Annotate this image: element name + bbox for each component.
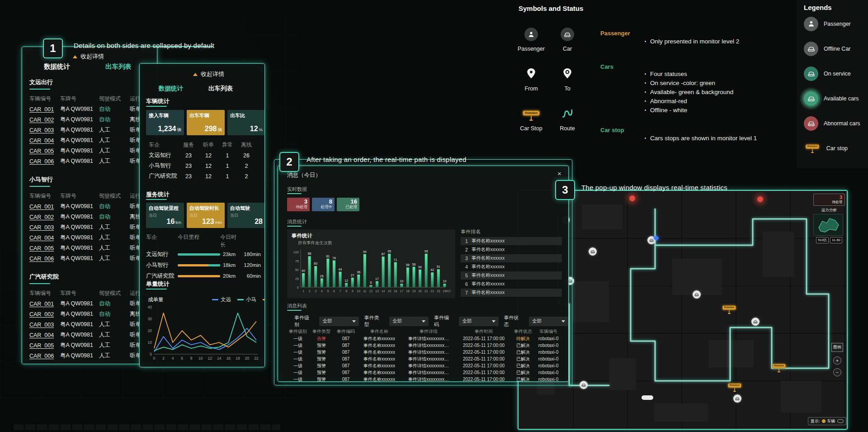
tab-data-statistics[interactable]: 数据统计 <box>159 85 183 93</box>
map-legend-button[interactable]: 图例 <box>831 343 843 352</box>
close-icon[interactable]: × <box>557 170 561 177</box>
car-table-row[interactable]: CAR_002粤A QW0981自动离线 <box>29 309 150 319</box>
car-marker[interactable] <box>733 394 741 403</box>
cell: 12 <box>198 163 218 169</box>
svg-text:7: 7 <box>340 290 341 293</box>
car-table-row[interactable]: CAR_002粤A QW0981自动离线 <box>29 212 150 222</box>
toggle-icon[interactable] <box>837 419 844 423</box>
car-stop-marker[interactable]: Robotaxi <box>721 303 738 316</box>
cell: 小马智行 <box>146 162 179 170</box>
vehicle-stats-cards: 接入车辆1,234辆出车车辆298辆出车比12% <box>146 110 265 135</box>
car-table-row[interactable]: CAR_001粤A QW0981自动听单 <box>29 104 150 114</box>
bullet-icon <box>645 82 646 84</box>
message-row[interactable]: 一级预警087事件名称xxxxxx事件详情xxxxxxxx…2022-05-11… <box>286 369 562 376</box>
message-row[interactable]: 一级预警087事件名称xxxxxx事件详情xxxxxxxx…2022-05-11… <box>286 376 562 382</box>
stat-card: 自动驾驶当日28 <box>227 203 265 228</box>
collapse-details-button[interactable]: 收起详情 <box>193 70 224 78</box>
note-bullet: Offline - white <box>645 106 733 115</box>
message-row[interactable]: 一级预警087事件名称xxxxxx事件详情xxxxxxxx…2022-05-11… <box>286 362 562 369</box>
cell: 已解决 <box>510 349 536 356</box>
event-name: 事件名称xxxxxx <box>472 290 505 296</box>
car-marker[interactable] <box>589 247 597 256</box>
background-filmstrip <box>14 424 280 430</box>
robotaxi-sign: Robotaxi <box>806 144 819 149</box>
car-table-row[interactable]: CAR_001粤A QW0981自动听单 <box>29 201 150 212</box>
tab-dispatch-list[interactable]: 出车列表 <box>105 62 132 71</box>
region-thumbnail-map[interactable] <box>813 214 843 236</box>
message-row[interactable]: 一级预警087事件名称xxxxxx事件详情xxxxxxxx…2022-05-11… <box>286 342 562 349</box>
cell: 预警 <box>310 370 333 376</box>
svg-text:25: 25 <box>295 277 299 281</box>
car-table-row[interactable]: CAR_006粤A QW0981人工听单 <box>29 156 150 166</box>
car-table-row[interactable]: CAR_001粤A QW0981自动听单 <box>29 299 150 309</box>
abnormal-car-marker[interactable] <box>757 196 763 202</box>
svg-text:16: 16 <box>394 290 397 293</box>
message-row[interactable]: 一级预警087事件名称xxxxxx事件详情xxxxxxxx…2022-05-11… <box>286 356 562 362</box>
cell: CAR_002 <box>29 117 60 123</box>
bar-segment <box>178 275 220 277</box>
filter-dropdown[interactable]: 全部 <box>459 317 498 326</box>
car-marker[interactable] <box>751 318 760 326</box>
svg-text:16: 16 <box>226 356 231 361</box>
legend-label: Available cars <box>824 95 859 102</box>
svg-text:40: 40 <box>148 305 152 309</box>
collapse-details-button[interactable]: 收起详情 <box>73 52 104 61</box>
svg-text:0: 0 <box>153 356 156 361</box>
car-marker[interactable] <box>693 290 701 299</box>
cell: robotaxi-0 <box>536 343 561 348</box>
filter-dropdown[interactable]: 全部 <box>319 317 359 326</box>
car-stop-marker[interactable]: Robotaxi <box>770 361 788 375</box>
passenger-icon <box>804 17 818 31</box>
message-row[interactable]: 一级告警087事件名称xxxxxx事件详情xxxxxxxx…2022-05-11… <box>286 335 562 342</box>
note-heading: Car stop <box>600 127 624 133</box>
filter-dropdown[interactable]: 全部 <box>529 317 568 326</box>
ranking-row[interactable]: 6事件名称xxxxxx <box>461 280 562 288</box>
car-table-row[interactable]: CAR_003粤A QW0981人工听单 <box>29 222 150 233</box>
tab-dispatch-list[interactable]: 出车列表 <box>208 85 233 93</box>
cell: 预警 <box>310 349 333 356</box>
symbol-item: Route <box>549 98 585 132</box>
ranking-row[interactable]: 7事件名称xxxxxx <box>461 289 562 297</box>
column-header: 驾驶模式 <box>94 95 125 103</box>
tab-data-statistics[interactable]: 数据统计 <box>44 62 70 71</box>
car-table-row[interactable]: CAR_006粤A QW0981人工听单 <box>29 351 150 361</box>
car-marker[interactable] <box>580 381 588 389</box>
car-stop-marker[interactable]: Robotaxi <box>726 380 743 394</box>
message-row[interactable]: 一级预警087事件名称xxxxxx事件详情xxxxxxxx…2022-05-11… <box>286 349 562 356</box>
cell: 2022-05-11 17:00:00 <box>457 343 510 348</box>
car-table-row[interactable]: CAR_005粤A QW0981人工听单 <box>29 340 150 351</box>
ranking-row[interactable]: 1事件名称xxxxxx <box>461 237 562 245</box>
cell: CAR_006 <box>29 353 60 359</box>
ranking-row[interactable]: 4事件名称xxxxxx <box>461 263 562 271</box>
ranking-row[interactable]: 5事件名称xxxxxx <box>461 271 562 280</box>
section-title: 文远出行 <box>29 78 150 86</box>
svg-text:50: 50 <box>418 266 422 269</box>
cell: robotaxi-0 <box>536 370 561 375</box>
svg-text:6: 6 <box>333 290 335 293</box>
map-zoom-out-button[interactable]: − <box>833 368 841 376</box>
cell: 粤A QW0981 <box>60 352 94 360</box>
cell: CAR_002 <box>29 214 60 220</box>
cell: CAR_003 <box>29 224 60 231</box>
car-table-row[interactable]: CAR_005粤A QW0981人工听单 <box>29 146 150 156</box>
car-table-row[interactable]: CAR_004粤A QW0981人工听单 <box>29 330 150 340</box>
column-header: 事件状态 <box>510 328 536 335</box>
car-table-row[interactable]: CAR_002粤A QW0981自动离线 <box>29 114 150 125</box>
cell: 23 <box>179 173 198 180</box>
robotaxi-sign: Robotaxi <box>523 110 540 116</box>
ranking-row[interactable]: 2事件名称xxxxxx <box>461 246 562 254</box>
car-table-row[interactable]: CAR_003粤A QW0981人工听单 <box>29 125 150 135</box>
map-zoom-in-button[interactable]: + <box>833 356 841 365</box>
cell: 人工 <box>94 147 125 155</box>
car-table-row[interactable]: CAR_004粤A QW0981人工听单 <box>29 233 150 243</box>
abnormal-car-marker[interactable] <box>629 195 635 201</box>
car-table-row[interactable]: CAR_004粤A QW0981人工听单 <box>29 135 150 146</box>
car-stop-icon: Robotaxi <box>772 364 786 372</box>
ranking-row[interactable]: 3事件名称xxxxxx <box>461 254 562 262</box>
map-display-toggle-bar[interactable]: 显示: 车辆 <box>808 417 846 425</box>
car-dot-icon <box>822 419 826 423</box>
car-table-row[interactable]: CAR_003粤A QW0981人工听单 <box>29 319 150 330</box>
car-table-row[interactable]: CAR_005粤A QW0981人工听单 <box>29 243 150 253</box>
car-table-row[interactable]: CAR_006粤A QW0981人工听单 <box>29 253 150 264</box>
filter-dropdown[interactable]: 全部 <box>389 317 429 326</box>
